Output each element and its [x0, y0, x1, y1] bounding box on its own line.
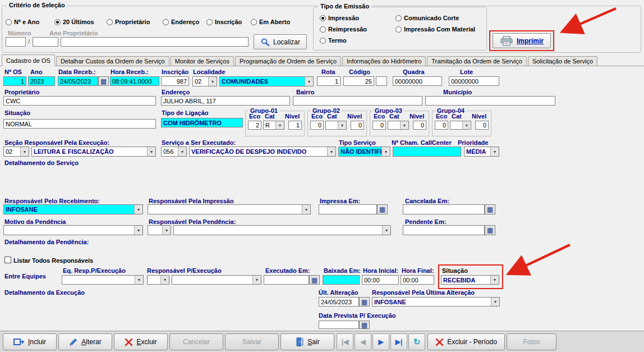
- resp-recebimento-select[interactable]: INFOSANE▼: [3, 204, 143, 214]
- motivo-pendencia-select[interactable]: ▼: [3, 225, 143, 235]
- codigo-digit-input[interactable]: [376, 76, 387, 86]
- tab-programacao-os[interactable]: Programação de Ordem de Serviço: [235, 56, 341, 66]
- data-receb-calendar-button[interactable]: ▦: [98, 76, 109, 86]
- chevron-down-icon[interactable]: ▼: [462, 121, 471, 129]
- grupo-eco-input[interactable]: [248, 121, 261, 130]
- nav-prev-button[interactable]: ◀: [355, 333, 371, 350]
- salvar-button[interactable]: Salvar: [225, 333, 279, 350]
- impressa-em-calendar-button[interactable]: ▦: [377, 204, 388, 214]
- tab-monitor-de-servicos[interactable]: Monitor de Serviços: [171, 56, 234, 66]
- chevron-down-icon[interactable]: ▼: [382, 226, 390, 235]
- rota-input[interactable]: [317, 76, 341, 86]
- executado-em-calendar-button[interactable]: ▦: [309, 275, 320, 285]
- situacao-input[interactable]: [3, 119, 156, 129]
- chevron-down-icon[interactable]: ▼: [490, 147, 499, 156]
- localidade-code-select[interactable]: 02▼: [192, 76, 217, 86]
- localidade-select[interactable]: COMUNIDADES▼: [219, 76, 314, 86]
- situacao-execucao-select[interactable]: RECEBIDA▼: [441, 275, 499, 285]
- tab-tramitacao-os[interactable]: Tramitação da Ordem de Serviço: [427, 56, 527, 66]
- hora-inicial-input[interactable]: [362, 275, 399, 285]
- incluir-button[interactable]: Incluir: [3, 333, 57, 350]
- cancelada-em-input[interactable]: [403, 204, 485, 214]
- pendente-em-input[interactable]: [403, 225, 485, 235]
- chevron-down-icon[interactable]: ▼: [135, 276, 143, 284]
- radio-termo[interactable]: Termo: [320, 37, 347, 44]
- chevron-down-icon[interactable]: ▼: [134, 205, 142, 214]
- cancelada-em-calendar-button[interactable]: ▦: [485, 204, 495, 214]
- chevron-down-icon[interactable]: ▼: [147, 147, 155, 156]
- grupo-nivel-input[interactable]: [475, 121, 489, 130]
- chevron-down-icon[interactable]: ▼: [178, 147, 186, 156]
- radio-em-aberto[interactable]: Em Aberto: [251, 19, 290, 25]
- secao-select[interactable]: LEITURA E FISCALIZAÇÃO▼: [31, 147, 156, 157]
- tab-informacoes-hidrometro[interactable]: Informações do Hidrômetro: [342, 56, 426, 66]
- chevron-down-icon[interactable]: ▼: [134, 226, 142, 235]
- lote-input[interactable]: [449, 76, 499, 86]
- impressa-em-input[interactable]: [319, 204, 377, 214]
- grupo-cat-select[interactable]: ▼: [450, 121, 471, 130]
- hora-final-input[interactable]: [401, 275, 434, 285]
- data-prevista-input[interactable]: [319, 321, 359, 329]
- resp-execucao-select[interactable]: ▼: [172, 275, 261, 285]
- nav-last-button[interactable]: ▶|: [390, 333, 407, 350]
- resp-pendencia-select[interactable]: ▼: [173, 225, 391, 235]
- grupo-cat-select[interactable]: ▼: [388, 121, 409, 130]
- chevron-down-icon[interactable]: ▼: [400, 121, 408, 129]
- data-receb-input[interactable]: [58, 76, 98, 86]
- localizar-button[interactable]: Localizar: [254, 34, 307, 49]
- data-prevista-calendar-button[interactable]: ▦: [359, 321, 370, 329]
- chevron-down-icon[interactable]: ▼: [162, 226, 171, 235]
- chevron-down-icon[interactable]: ▼: [160, 276, 169, 284]
- tab-cadastro-de-os[interactable]: Cadastro de OS: [2, 54, 55, 66]
- grupo-eco-input[interactable]: [435, 121, 448, 130]
- ult-alteracao-input[interactable]: [319, 297, 359, 307]
- cancelar-button[interactable]: Cancelar: [169, 333, 223, 350]
- tipo-ligacao-input[interactable]: [161, 118, 243, 127]
- radio-proprietario[interactable]: Proprietário: [107, 19, 150, 25]
- chevron-down-icon[interactable]: ▼: [20, 147, 29, 156]
- ult-alteracao-calendar-button[interactable]: ▦: [359, 297, 370, 307]
- chevron-down-icon[interactable]: ▼: [491, 298, 499, 306]
- resp-impressao-select[interactable]: ▼: [148, 204, 311, 214]
- radio-num-ano[interactable]: Nº e Ano: [6, 19, 39, 25]
- prioridade-select[interactable]: MÉDIA▼: [464, 147, 499, 157]
- ano-search-input[interactable]: [33, 37, 58, 47]
- endereco-input[interactable]: [161, 96, 290, 106]
- radio-endereco[interactable]: Endereço: [163, 19, 199, 25]
- radio-comunicado-corte[interactable]: Comunicado Corte: [395, 15, 459, 21]
- eq-resp-execucao-select[interactable]: ▼: [62, 275, 144, 285]
- chevron-down-icon[interactable]: ▼: [208, 77, 217, 86]
- chevron-down-icon[interactable]: ▼: [338, 121, 346, 129]
- numero-input[interactable]: [6, 37, 26, 47]
- nav-next-button[interactable]: ▶: [372, 333, 389, 350]
- ano-input[interactable]: [28, 76, 55, 86]
- nos-input[interactable]: [3, 76, 26, 86]
- executado-em-input[interactable]: [264, 275, 309, 285]
- municipio-input[interactable]: [425, 96, 555, 106]
- grupo-eco-input[interactable]: [372, 121, 386, 130]
- cham-callcenter-input[interactable]: [393, 147, 461, 157]
- codigo-input[interactable]: [343, 76, 374, 86]
- chevron-down-icon[interactable]: ▼: [275, 121, 284, 129]
- chevron-down-icon[interactable]: ▼: [302, 205, 310, 214]
- nav-first-button[interactable]: |◀: [337, 333, 353, 350]
- refresh-button[interactable]: ↻: [408, 333, 425, 350]
- chevron-down-icon[interactable]: ▼: [490, 276, 499, 284]
- tipo-servico-select[interactable]: NÃO IDENTIFI▼: [338, 147, 390, 157]
- secao-code-select[interactable]: 02▼: [3, 147, 29, 157]
- quadra-input[interactable]: [393, 76, 442, 86]
- chevron-down-icon[interactable]: ▼: [252, 276, 261, 284]
- servico-code-select[interactable]: 056▼: [161, 147, 187, 157]
- tab-solicitacao-servico[interactable]: Solicitação de Serviço: [528, 56, 597, 66]
- grupo-nivel-input[interactable]: [413, 121, 426, 130]
- chevron-down-icon[interactable]: ▼: [381, 147, 390, 156]
- listar-todos-checkbox[interactable]: [4, 257, 11, 263]
- servico-select[interactable]: VERIFICAÇÃO DE DESPEJO INDEVIDO▼: [189, 147, 336, 157]
- proprietario-search-input[interactable]: [61, 37, 249, 47]
- alterar-button[interactable]: Alterar: [58, 333, 112, 350]
- sair-button[interactable]: Sair: [280, 333, 334, 350]
- proprietario-input[interactable]: [3, 96, 156, 106]
- radio-inscricao[interactable]: Inscrição: [206, 19, 242, 25]
- pendente-em-calendar-button[interactable]: ▦: [485, 225, 495, 235]
- baixada-em-input[interactable]: [323, 275, 360, 285]
